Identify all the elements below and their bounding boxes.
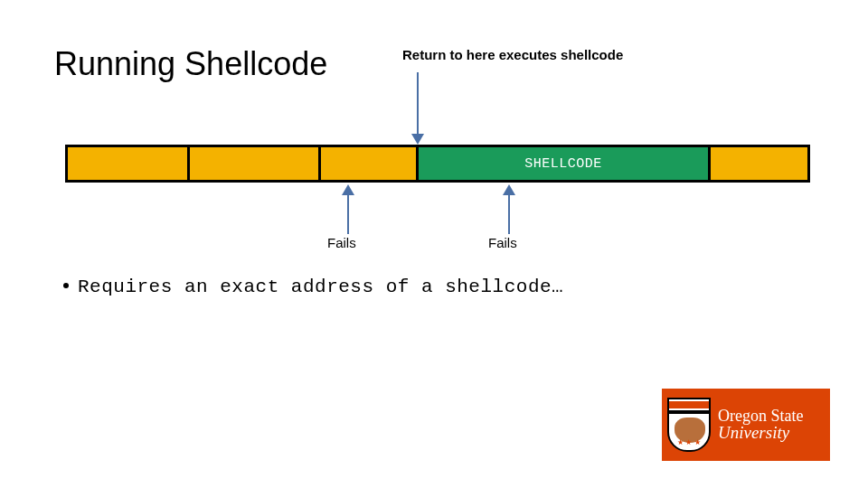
arrow-up-icon (501, 184, 517, 234)
shellcode-region: SHELLCODE (416, 145, 711, 183)
bullet-dot-icon (63, 283, 69, 288)
university-logo: ★ ★ ★ Oregon State University (662, 389, 830, 461)
memory-divider (318, 145, 321, 183)
memory-bar: SHELLCODE (65, 145, 810, 183)
bullet-text: Requires an exact address of a shellcode… (78, 277, 563, 297)
memory-divider (187, 145, 190, 183)
svg-marker-1 (411, 134, 424, 145)
logo-text: Oregon State University (718, 408, 803, 443)
logo-line-2: University (718, 424, 803, 442)
slide-title: Running Shellcode (54, 45, 327, 83)
logo-line-1: Oregon State (718, 408, 803, 425)
label-fails: Fails (488, 235, 517, 250)
bullet-point: Requires an exact address of a shellcode… (63, 277, 563, 297)
shield-icon: ★ ★ ★ (667, 398, 711, 452)
arrow-up-icon (340, 184, 356, 234)
arrow-down-icon (410, 72, 426, 145)
label-fails: Fails (327, 235, 356, 250)
annotation-return-here: Return to here executes shellcode (402, 47, 623, 62)
shellcode-label: SHELLCODE (524, 156, 602, 172)
